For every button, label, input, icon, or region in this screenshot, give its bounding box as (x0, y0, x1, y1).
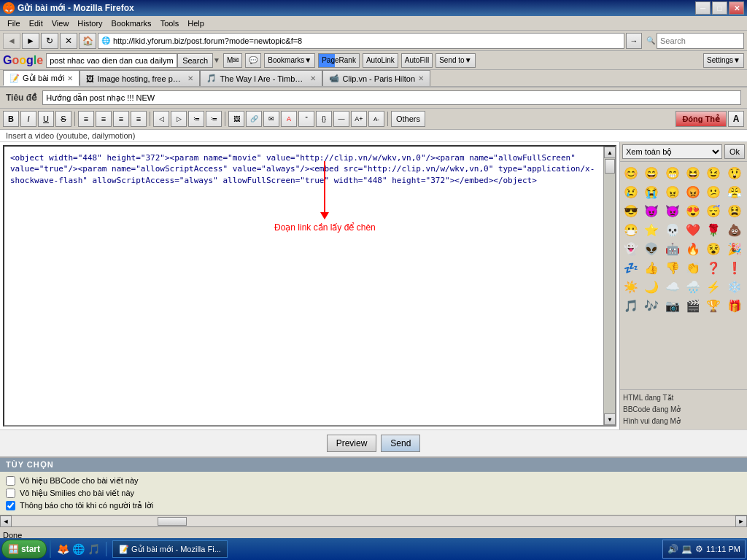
emoji-sad[interactable]: 😢 (622, 183, 640, 201)
size-down-button[interactable]: A- (368, 111, 384, 127)
menu-edit[interactable]: Edit (25, 18, 47, 29)
send-button[interactable]: Send (381, 435, 420, 452)
quote-button[interactable]: " (298, 111, 314, 127)
emoji-poop[interactable]: 💩 (726, 221, 743, 238)
settings-button[interactable]: Settings▼ (703, 53, 744, 68)
firefox-quick-launch[interactable]: 🦊 (57, 543, 69, 555)
menu-history[interactable]: History (73, 18, 107, 29)
taskbar-firefox-item[interactable]: 📝 Gửi bài mới - Mozilla Fi... (112, 540, 228, 558)
emoji-mad[interactable]: 😡 (684, 183, 702, 201)
emoji-confused[interactable]: 😕 (705, 183, 722, 201)
emoji-sun[interactable]: ☀️ (622, 278, 640, 295)
emoji-sleepy[interactable]: 😴 (705, 202, 722, 219)
gmail-button[interactable]: M✉ (223, 53, 242, 68)
emoji-devil2[interactable]: 👿 (664, 202, 681, 219)
autolink-button[interactable]: AutoLink (363, 53, 398, 68)
close-button[interactable]: ✕ (729, 1, 744, 15)
align-left-button[interactable]: ≡ (78, 111, 94, 127)
emoji-wink[interactable]: 😉 (705, 164, 722, 182)
tab-clip[interactable]: 📹 Clip.vn - Paris Hilton ✕ (322, 70, 430, 86)
vertical-scrollbar[interactable]: ▲ ▼ (603, 147, 615, 425)
no-smilies-checkbox[interactable] (6, 489, 15, 498)
emoji-rain[interactable]: 🌧️ (684, 278, 702, 295)
tray-icon-3[interactable]: ⚙ (695, 544, 703, 554)
menu-view[interactable]: View (47, 18, 74, 29)
italic-button[interactable]: I (20, 111, 36, 127)
tray-icon-1[interactable]: 🔊 (667, 544, 678, 554)
address-input[interactable] (113, 36, 621, 45)
code-button[interactable]: {} (316, 111, 332, 127)
emoji-rose[interactable]: 🌹 (705, 221, 722, 238)
notify-checkbox[interactable] (6, 501, 15, 510)
search-input[interactable] (657, 33, 744, 49)
minimize-button[interactable]: ─ (695, 1, 711, 15)
preview-button[interactable]: Preview (327, 435, 377, 452)
emoji-heart[interactable]: ❤️ (684, 221, 702, 238)
emoji-ok-button[interactable]: Ok (724, 144, 745, 159)
emoji-category-select[interactable]: Xem toàn bộ (622, 144, 722, 159)
emoji-thumbsdown[interactable]: 👎 (664, 259, 681, 276)
h-scroll-thumb[interactable] (158, 517, 187, 526)
media-quick-launch[interactable]: 🎵 (88, 543, 100, 555)
emoji-party[interactable]: 🎉 (726, 240, 743, 257)
indent-button[interactable]: ▷ (171, 111, 187, 127)
sendto-button[interactable]: Send to▼ (436, 53, 475, 68)
underline-button[interactable]: U (38, 111, 54, 127)
go-button[interactable]: → (626, 33, 642, 49)
emoji-sick[interactable]: 😷 (622, 221, 640, 238)
ie-quick-launch[interactable]: 🌐 (72, 543, 85, 555)
stop-button[interactable]: ✕ (60, 33, 77, 49)
emoji-ghost[interactable]: 👻 (622, 240, 640, 257)
tray-icon-2[interactable]: 💻 (681, 544, 692, 554)
insert-image-button[interactable]: 🖼 (228, 111, 244, 127)
emoji-zzz[interactable]: 💤 (622, 259, 640, 276)
emoji-lightning[interactable]: ⚡ (705, 278, 722, 295)
emoji-star[interactable]: ⭐ (643, 221, 660, 238)
emoji-skull[interactable]: 💀 (664, 221, 681, 238)
title-input[interactable] (42, 90, 741, 105)
menu-tools[interactable]: Tools (156, 18, 184, 29)
scroll-up-button[interactable]: ▲ (604, 147, 616, 158)
bold-button[interactable]: B (3, 111, 19, 127)
others-button[interactable]: Others (391, 111, 425, 127)
emoji-laugh[interactable]: 😆 (684, 164, 702, 182)
tab-img[interactable]: 🖼 Image hosting, free photo sharing & v.… (80, 70, 200, 86)
scroll-left-button[interactable]: ◄ (0, 516, 12, 527)
tab-close-img[interactable]: ✕ (187, 74, 193, 82)
autofill-button[interactable]: AutoFill (401, 53, 433, 68)
chat-button[interactable]: 💬 (245, 53, 261, 68)
font-size-button[interactable]: A (728, 111, 744, 127)
emoji-thumbsup[interactable]: 👍 (643, 259, 660, 276)
main-editor-textarea[interactable] (4, 147, 603, 425)
emoji-grin[interactable]: 😁 (664, 164, 681, 182)
tab-close-main[interactable]: ✕ (67, 74, 73, 82)
search-dropdown-icon[interactable]: ▼ (213, 56, 220, 64)
color-button[interactable]: A (281, 111, 297, 127)
emoji-gift[interactable]: 🎁 (726, 297, 743, 314)
tab-close-song[interactable]: ✕ (310, 74, 316, 82)
emoji-snowflake[interactable]: ❄️ (726, 278, 743, 295)
list-ordered-button[interactable]: ≔ (206, 111, 222, 127)
emoji-cool[interactable]: 😎 (622, 202, 640, 219)
google-search-button[interactable]: Search (177, 53, 213, 68)
emoji-happy[interactable]: 😊 (622, 164, 640, 182)
emoji-angry[interactable]: 😠 (664, 183, 681, 201)
reload-button[interactable]: ↻ (41, 33, 58, 49)
align-right-button[interactable]: ≡ (113, 111, 129, 127)
tab-song[interactable]: 🎵 The Way I Are - Timband - Keri Hison -… (200, 70, 322, 86)
scroll-down-button[interactable]: ▼ (604, 413, 616, 425)
pagerank-button[interactable]: PageRank (318, 53, 360, 68)
google-search-input[interactable] (46, 53, 177, 68)
align-center-button[interactable]: ≡ (96, 111, 112, 127)
emoji-robot[interactable]: 🤖 (664, 240, 681, 257)
emoji-cry[interactable]: 😭 (643, 183, 660, 201)
insert-email-button[interactable]: ✉ (263, 111, 279, 127)
emoji-tired[interactable]: 😫 (726, 202, 743, 219)
start-button[interactable]: 🪟 start (1, 540, 47, 559)
hr-button[interactable]: — (333, 111, 349, 127)
justify-button[interactable]: ≡ (131, 111, 147, 127)
forward-button[interactable]: ► (22, 33, 39, 49)
close-tag-button[interactable]: Đóng Thẻ (676, 111, 727, 127)
emoji-question[interactable]: ❓ (705, 259, 722, 276)
menu-bookmarks[interactable]: Bookmarks (107, 18, 156, 29)
